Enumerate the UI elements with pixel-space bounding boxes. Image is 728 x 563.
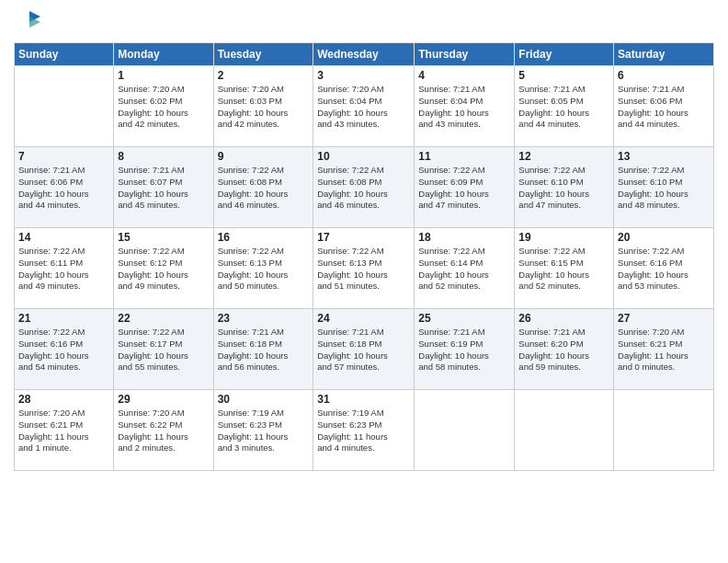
day-cell: 25Sunrise: 7:21 AM Sunset: 6:19 PM Dayli… xyxy=(415,309,515,390)
day-cell: 27Sunrise: 7:20 AM Sunset: 6:21 PM Dayli… xyxy=(614,309,714,390)
day-info: Sunrise: 7:21 AM Sunset: 6:18 PM Dayligh… xyxy=(218,327,310,373)
day-info: Sunrise: 7:21 AM Sunset: 6:07 PM Dayligh… xyxy=(118,165,209,212)
day-cell: 7Sunrise: 7:21 AM Sunset: 6:06 PM Daylig… xyxy=(15,147,114,228)
day-number: 24 xyxy=(317,312,410,325)
day-number: 7 xyxy=(18,150,109,163)
day-cell: 5Sunrise: 7:21 AM Sunset: 6:05 PM Daylig… xyxy=(515,66,614,147)
day-cell: 2Sunrise: 7:20 AM Sunset: 6:03 PM Daylig… xyxy=(213,66,313,147)
day-number: 2 xyxy=(218,69,310,82)
day-cell xyxy=(415,390,515,471)
day-info: Sunrise: 7:21 AM Sunset: 6:04 PM Dayligh… xyxy=(418,84,510,131)
day-number: 13 xyxy=(618,150,710,163)
day-number: 6 xyxy=(618,69,710,82)
day-info: Sunrise: 7:22 AM Sunset: 6:08 PM Dayligh… xyxy=(317,165,410,212)
day-info: Sunrise: 7:22 AM Sunset: 6:10 PM Dayligh… xyxy=(518,165,609,212)
day-number: 9 xyxy=(218,150,310,163)
day-number: 28 xyxy=(18,393,109,406)
day-info: Sunrise: 7:20 AM Sunset: 6:03 PM Dayligh… xyxy=(218,84,310,131)
day-cell: 8Sunrise: 7:21 AM Sunset: 6:07 PM Daylig… xyxy=(114,147,213,228)
day-info: Sunrise: 7:22 AM Sunset: 6:09 PM Dayligh… xyxy=(418,165,510,212)
day-number: 21 xyxy=(18,312,109,325)
day-info: Sunrise: 7:22 AM Sunset: 6:11 PM Dayligh… xyxy=(18,246,109,293)
weekday-header-friday: Friday xyxy=(515,43,614,66)
day-info: Sunrise: 7:21 AM Sunset: 6:05 PM Dayligh… xyxy=(518,84,609,131)
day-cell: 26Sunrise: 7:21 AM Sunset: 6:20 PM Dayli… xyxy=(515,309,614,390)
day-info: Sunrise: 7:22 AM Sunset: 6:13 PM Dayligh… xyxy=(317,246,410,293)
day-info: Sunrise: 7:20 AM Sunset: 6:02 PM Dayligh… xyxy=(118,84,209,131)
day-cell: 23Sunrise: 7:21 AM Sunset: 6:18 PM Dayli… xyxy=(213,309,313,390)
weekday-header-sunday: Sunday xyxy=(15,43,114,66)
day-cell: 11Sunrise: 7:22 AM Sunset: 6:09 PM Dayli… xyxy=(415,147,515,228)
day-info: Sunrise: 7:22 AM Sunset: 6:14 PM Dayligh… xyxy=(418,246,510,293)
day-info: Sunrise: 7:20 AM Sunset: 6:21 PM Dayligh… xyxy=(18,408,109,454)
weekday-header-tuesday: Tuesday xyxy=(213,43,313,66)
day-number: 29 xyxy=(118,393,209,406)
day-info: Sunrise: 7:22 AM Sunset: 6:16 PM Dayligh… xyxy=(618,246,710,293)
day-cell: 22Sunrise: 7:22 AM Sunset: 6:17 PM Dayli… xyxy=(114,309,213,390)
week-row-2: 7Sunrise: 7:21 AM Sunset: 6:06 PM Daylig… xyxy=(15,147,714,228)
day-info: Sunrise: 7:20 AM Sunset: 6:21 PM Dayligh… xyxy=(618,327,710,373)
weekday-header-thursday: Thursday xyxy=(415,43,515,66)
day-info: Sunrise: 7:19 AM Sunset: 6:23 PM Dayligh… xyxy=(317,408,410,454)
day-info: Sunrise: 7:22 AM Sunset: 6:12 PM Dayligh… xyxy=(118,246,209,293)
day-number: 26 xyxy=(518,312,609,325)
day-cell: 15Sunrise: 7:22 AM Sunset: 6:12 PM Dayli… xyxy=(114,228,213,309)
day-number: 15 xyxy=(118,231,209,244)
day-cell: 31Sunrise: 7:19 AM Sunset: 6:23 PM Dayli… xyxy=(313,390,415,471)
day-number: 27 xyxy=(618,312,710,325)
day-info: Sunrise: 7:22 AM Sunset: 6:15 PM Dayligh… xyxy=(518,246,609,293)
day-cell: 20Sunrise: 7:22 AM Sunset: 6:16 PM Dayli… xyxy=(614,228,714,309)
weekday-header-row: SundayMondayTuesdayWednesdayThursdayFrid… xyxy=(15,43,714,66)
day-number: 11 xyxy=(418,150,510,163)
day-number: 8 xyxy=(118,150,209,163)
day-info: Sunrise: 7:20 AM Sunset: 6:04 PM Dayligh… xyxy=(317,84,410,131)
day-cell: 28Sunrise: 7:20 AM Sunset: 6:21 PM Dayli… xyxy=(15,390,114,471)
day-cell xyxy=(515,390,614,471)
day-info: Sunrise: 7:22 AM Sunset: 6:13 PM Dayligh… xyxy=(218,246,310,293)
day-number: 23 xyxy=(218,312,310,325)
day-cell: 4Sunrise: 7:21 AM Sunset: 6:04 PM Daylig… xyxy=(415,66,515,147)
day-info: Sunrise: 7:22 AM Sunset: 6:10 PM Dayligh… xyxy=(618,165,710,212)
day-cell: 9Sunrise: 7:22 AM Sunset: 6:08 PM Daylig… xyxy=(213,147,313,228)
weekday-header-monday: Monday xyxy=(114,43,213,66)
day-cell xyxy=(15,66,114,147)
day-number: 30 xyxy=(218,393,310,406)
day-info: Sunrise: 7:21 AM Sunset: 6:06 PM Dayligh… xyxy=(618,84,710,131)
day-number: 25 xyxy=(418,312,510,325)
weekday-header-wednesday: Wednesday xyxy=(313,43,415,66)
week-row-4: 21Sunrise: 7:22 AM Sunset: 6:16 PM Dayli… xyxy=(15,309,714,390)
day-number: 31 xyxy=(317,393,410,406)
day-info: Sunrise: 7:22 AM Sunset: 6:16 PM Dayligh… xyxy=(18,327,109,373)
weekday-header-saturday: Saturday xyxy=(614,43,714,66)
week-row-5: 28Sunrise: 7:20 AM Sunset: 6:21 PM Dayli… xyxy=(15,390,714,471)
day-cell: 18Sunrise: 7:22 AM Sunset: 6:14 PM Dayli… xyxy=(415,228,515,309)
day-number: 20 xyxy=(618,231,710,244)
week-row-3: 14Sunrise: 7:22 AM Sunset: 6:11 PM Dayli… xyxy=(15,228,714,309)
day-cell: 29Sunrise: 7:20 AM Sunset: 6:22 PM Dayli… xyxy=(114,390,213,471)
day-cell: 21Sunrise: 7:22 AM Sunset: 6:16 PM Dayli… xyxy=(15,309,114,390)
day-info: Sunrise: 7:21 AM Sunset: 6:06 PM Dayligh… xyxy=(18,165,109,212)
day-info: Sunrise: 7:21 AM Sunset: 6:18 PM Dayligh… xyxy=(317,327,410,373)
day-cell: 19Sunrise: 7:22 AM Sunset: 6:15 PM Dayli… xyxy=(515,228,614,309)
day-number: 19 xyxy=(518,231,609,244)
day-number: 4 xyxy=(418,69,510,82)
day-number: 16 xyxy=(218,231,310,244)
day-number: 10 xyxy=(317,150,410,163)
day-cell: 30Sunrise: 7:19 AM Sunset: 6:23 PM Dayli… xyxy=(213,390,313,471)
day-info: Sunrise: 7:20 AM Sunset: 6:22 PM Dayligh… xyxy=(118,408,209,454)
day-number: 14 xyxy=(18,231,109,244)
day-number: 3 xyxy=(317,69,410,82)
day-info: Sunrise: 7:21 AM Sunset: 6:19 PM Dayligh… xyxy=(418,327,510,373)
header xyxy=(14,9,714,35)
day-cell: 3Sunrise: 7:20 AM Sunset: 6:04 PM Daylig… xyxy=(313,66,415,147)
day-cell xyxy=(614,390,714,471)
day-cell: 17Sunrise: 7:22 AM Sunset: 6:13 PM Dayli… xyxy=(313,228,415,309)
day-info: Sunrise: 7:22 AM Sunset: 6:17 PM Dayligh… xyxy=(118,327,209,373)
page: SundayMondayTuesdayWednesdayThursdayFrid… xyxy=(0,0,728,563)
logo-area xyxy=(14,9,42,35)
day-number: 18 xyxy=(418,231,510,244)
calendar-table: SundayMondayTuesdayWednesdayThursdayFrid… xyxy=(14,42,714,471)
day-cell: 10Sunrise: 7:22 AM Sunset: 6:08 PM Dayli… xyxy=(313,147,415,228)
day-info: Sunrise: 7:22 AM Sunset: 6:08 PM Dayligh… xyxy=(218,165,310,212)
day-cell: 16Sunrise: 7:22 AM Sunset: 6:13 PM Dayli… xyxy=(213,228,313,309)
